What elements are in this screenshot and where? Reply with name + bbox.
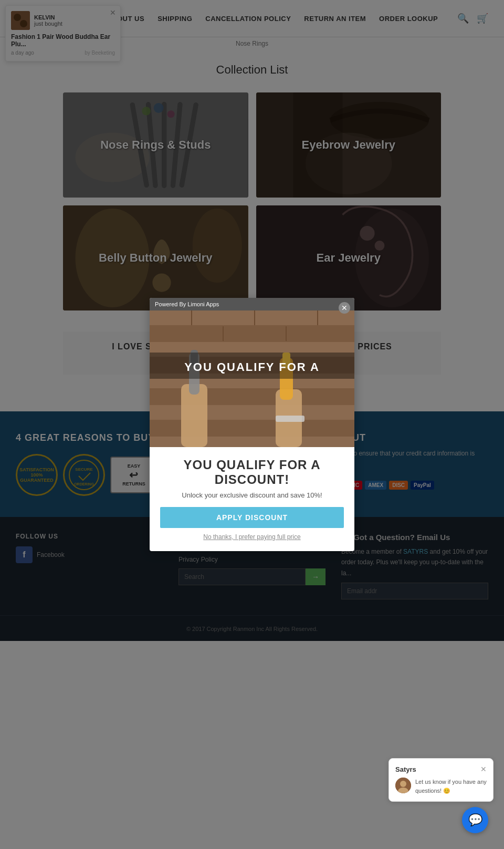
satyrs-chat-title: Satyrs <box>395 765 416 773</box>
svg-rect-32 <box>150 326 354 341</box>
svg-point-58 <box>400 781 406 787</box>
discount-headline: YOU QUALIFY FOR A DISCOUNT! <box>160 458 344 487</box>
svg-rect-38 <box>150 421 354 436</box>
svg-rect-37 <box>150 405 354 420</box>
svg-rect-36 <box>150 389 354 404</box>
discount-popup-image: YOU QUALIFY FOR A <box>150 310 354 447</box>
svg-text:YOU QUALIFY FOR A: YOU QUALIFY FOR A <box>184 360 320 374</box>
discount-popup-header: Powered By Limoni Apps <box>150 298 354 310</box>
discount-decline-link[interactable]: No thanks, I prefer paying full price <box>160 533 344 541</box>
discount-apply-button[interactable]: APPLY DISCOUNT <box>160 507 344 528</box>
satyrs-chat-header: Satyrs ✕ <box>395 765 487 773</box>
satyrs-chat-close-button[interactable]: ✕ <box>480 765 487 773</box>
satyrs-chat-body: Let us know if you have any questions! 😊 <box>395 778 487 795</box>
satyrs-avatar <box>395 778 411 793</box>
discount-popup: Powered By Limoni Apps ✕ <box>150 298 354 551</box>
discount-popup-close-button[interactable]: ✕ <box>339 302 350 314</box>
discount-popup-body: YOU QUALIFY FOR A DISCOUNT! Unlock your … <box>150 447 354 551</box>
svg-rect-51 <box>276 416 304 422</box>
svg-rect-39 <box>150 437 354 447</box>
chat-bubble-button[interactable]: 💬 <box>462 807 488 833</box>
satyrs-chat-message: Let us know if you have any questions! 😊 <box>415 778 487 795</box>
discount-overlay: Powered By Limoni Apps ✕ <box>0 0 504 849</box>
satyrs-chat-popup: Satyrs ✕ Let us know if you have any que… <box>388 758 494 802</box>
svg-rect-31 <box>150 310 354 325</box>
discount-subtext: Unlock your exclusive discount and save … <box>160 491 344 499</box>
